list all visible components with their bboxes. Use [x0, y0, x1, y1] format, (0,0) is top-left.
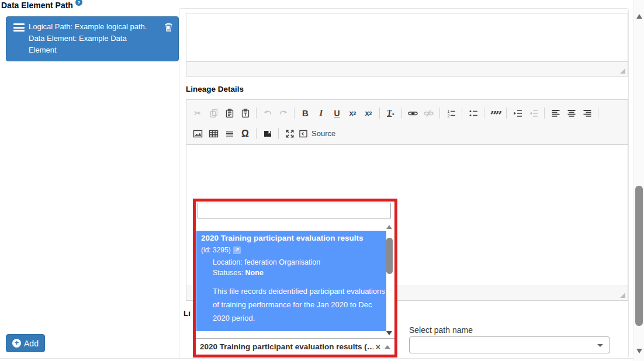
paste-as-text-icon[interactable]	[237, 106, 253, 121]
remove-format-icon[interactable]: Tx	[383, 106, 399, 121]
bold-icon[interactable]: B	[297, 106, 313, 121]
link-icon[interactable]	[405, 106, 421, 121]
image-icon[interactable]	[190, 126, 206, 141]
list-scrollbar-thumb[interactable]	[386, 238, 393, 274]
remove-selection-icon[interactable]: ×	[376, 342, 380, 352]
selected-item-text: 2020 Training participant evaluation res…	[200, 342, 373, 351]
data-element-path-screen: Data Element Path ? Logical Path: Exampl…	[0, 0, 644, 361]
plus-circle-icon: +	[12, 339, 21, 348]
page-scrollbar-thumb[interactable]	[635, 186, 643, 326]
toolbar-separator	[484, 107, 484, 119]
align-right-icon[interactable]	[579, 106, 595, 121]
redo-icon[interactable]	[275, 106, 291, 121]
description-editor[interactable]	[186, 13, 628, 77]
selected-item-bar[interactable]: 2020 Training participant evaluation res…	[196, 338, 394, 355]
select-path-name-label: Select path name	[409, 325, 473, 335]
source-button-label[interactable]: Source	[311, 129, 335, 138]
toolbar-separator	[462, 107, 462, 119]
toolbar-row-2: Ω Source	[190, 123, 624, 144]
list-scroll-down-icon[interactable]	[386, 331, 392, 335]
toolbar-separator	[439, 107, 440, 119]
annotated-dropdown-overlay: 2020 Training participant evaluation res…	[193, 199, 397, 357]
undo-icon[interactable]	[259, 106, 275, 121]
toolbar-separator	[278, 128, 279, 139]
toolbar-separator	[401, 107, 402, 119]
external-link-icon[interactable]: ↗	[233, 247, 241, 254]
delete-path-icon[interactable]	[164, 22, 173, 32]
scroll-up-icon[interactable]	[636, 14, 642, 19]
option-title: 2020 Training participant evaluation res…	[201, 234, 382, 242]
collapse-dropdown-icon[interactable]	[385, 345, 390, 349]
source-icon[interactable]	[297, 126, 309, 141]
indent-icon[interactable]	[510, 106, 525, 121]
option-location: Location: federation Organisation	[213, 258, 382, 266]
card-line: Element	[29, 44, 164, 56]
toolbar-row-1: ✂	[190, 103, 624, 123]
svg-text:2: 2	[447, 113, 449, 117]
option-id-line: (id: 3295) ↗	[201, 246, 382, 254]
paste-icon[interactable]	[221, 106, 237, 121]
add-button[interactable]: + Add	[6, 334, 45, 352]
toolbar-separator	[544, 107, 545, 119]
resize-grip-icon[interactable]	[620, 68, 625, 74]
page-scrollbar[interactable]	[633, 0, 644, 361]
copy-icon[interactable]	[206, 106, 221, 121]
toolbar-separator	[256, 128, 257, 139]
hidden-section-label: Li	[183, 309, 191, 318]
unlink-icon[interactable]	[421, 106, 437, 121]
logical-path-card[interactable]: Logical Path: Example logical path. Data…	[6, 16, 179, 61]
block-quote-icon[interactable]: ””	[487, 106, 503, 121]
numbered-list-icon[interactable]: 1 2	[443, 106, 459, 121]
toolbar-separator	[256, 107, 257, 119]
option-description: This file records deidentified participa…	[213, 284, 389, 325]
toolbar-separator	[294, 107, 295, 119]
svg-text:1: 1	[447, 109, 449, 113]
horizontal-rule-icon[interactable]	[221, 126, 237, 141]
special-character-icon[interactable]: Ω	[237, 126, 253, 141]
bulleted-list-icon[interactable]	[465, 106, 481, 121]
underline-icon[interactable]: U	[329, 106, 345, 121]
card-line: Data Element: Example Data	[29, 33, 164, 44]
toolbar-separator	[506, 107, 507, 119]
card-line: Logical Path: Example logical path.	[29, 21, 164, 33]
subscript-icon[interactable]: x2	[345, 106, 361, 121]
page-break-icon[interactable]	[259, 126, 275, 141]
resize-grip-icon[interactable]	[620, 293, 625, 298]
toolbar-separator	[379, 107, 380, 119]
select-path-name-dropdown[interactable]	[409, 336, 610, 353]
cut-icon[interactable]: ✂	[190, 106, 206, 121]
dropdown-option-highlighted[interactable]: 2020 Training participant evaluation res…	[196, 231, 386, 331]
chevron-down-icon	[597, 344, 603, 347]
logical-path-text: Logical Path: Example logical path. Data…	[29, 21, 164, 56]
superscript-icon[interactable]: x2	[361, 106, 376, 121]
drag-handle-icon[interactable]	[13, 23, 25, 32]
editor-toolbar: ✂	[186, 100, 628, 145]
align-left-icon[interactable]	[548, 106, 563, 121]
outdent-icon[interactable]	[525, 106, 541, 121]
bottom-divider	[0, 358, 633, 359]
option-id: (id: 3295)	[201, 246, 231, 254]
toolbar-separator	[598, 107, 598, 119]
option-statuses-value: None	[245, 269, 264, 277]
dropdown-search-input[interactable]	[198, 203, 391, 218]
option-statuses: Statuses: None	[213, 269, 382, 277]
scroll-down-icon[interactable]	[636, 349, 642, 353]
add-button-label: Add	[24, 339, 39, 348]
editor-status-bar	[186, 61, 628, 76]
align-center-icon[interactable]	[563, 106, 579, 121]
page-title: Data Element Path	[1, 1, 73, 10]
help-icon[interactable]: ?	[75, 0, 82, 6]
lineage-details-label: Lineage Details	[186, 85, 244, 93]
list-scroll-up-icon[interactable]	[386, 225, 392, 229]
maximize-icon[interactable]	[282, 126, 297, 141]
italic-icon[interactable]: I	[313, 106, 329, 121]
table-icon[interactable]	[206, 126, 221, 141]
